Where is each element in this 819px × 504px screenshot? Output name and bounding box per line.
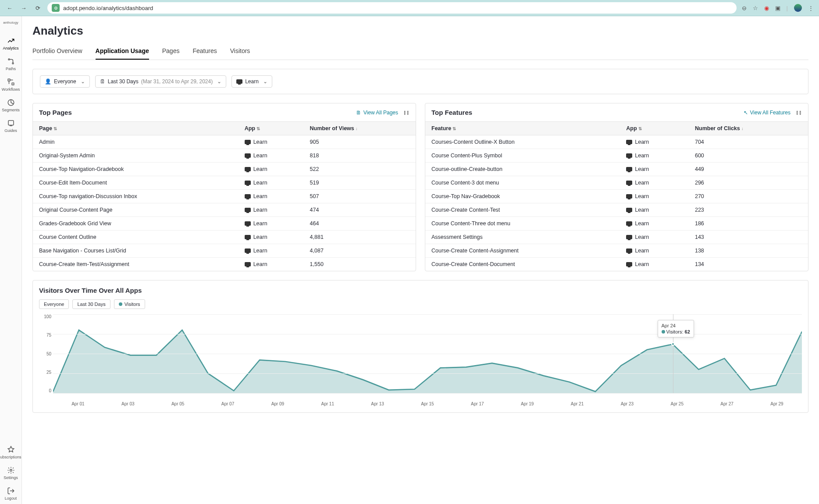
tab-pages[interactable]: Pages — [162, 44, 180, 60]
top-features-title: Top Features — [431, 109, 472, 116]
chart-area[interactable]: 1007550250 Apr 24 Visitors: 62 — [39, 314, 802, 406]
cursor-icon: ↖ — [744, 110, 748, 116]
extensions-icon[interactable]: ▣ — [775, 5, 780, 11]
series-dot-icon — [662, 330, 665, 334]
table-row[interactable]: Course Content OutlineLearn4,881 — [33, 231, 416, 244]
profile-avatar[interactable] — [794, 4, 802, 12]
extension-dot-icon[interactable]: ◉ — [764, 5, 769, 11]
col-views[interactable]: Number of Views↓ — [304, 122, 416, 135]
feature-cell: Assessment Settings — [425, 231, 620, 244]
sidebar-label: Workflows — [2, 87, 20, 92]
tab-portfolio-overview[interactable]: Portfolio Overview — [32, 44, 82, 60]
chevron-down-icon: ⌄ — [81, 78, 85, 85]
clicks-cell: 296 — [689, 176, 808, 190]
app-label: Learn — [245, 78, 259, 85]
sidebar-item-workflows[interactable]: Workflows — [0, 75, 21, 95]
top-features-table: Feature⇅ App⇅ Number of Clicks↓ Courses-… — [425, 121, 808, 271]
table-row[interactable]: Course-Create Content-DocumentLearn134 — [425, 258, 808, 271]
feature-cell: Course-outline-Create-button — [425, 163, 620, 176]
table-row[interactable]: Course-Edit Item-DocumentLearn519 — [33, 176, 416, 190]
sidebar-item-segments[interactable]: Segments — [0, 95, 21, 116]
table-row[interactable]: Course Content-3 dot menuLearn296 — [425, 176, 808, 190]
col-feature[interactable]: Feature⇅ — [425, 122, 620, 135]
page-cell: Course-Top Navigation-Gradebook — [33, 163, 239, 176]
table-row[interactable]: Course-Create Content-AssignmentLearn138 — [425, 244, 808, 258]
svg-point-1 — [12, 63, 14, 64]
zoom-icon[interactable]: ⊖ — [742, 5, 747, 11]
series-dot-icon — [119, 302, 122, 306]
table-row[interactable]: Course-Create Content-TestLearn223 — [425, 203, 808, 217]
page-cell: Course-Create Item-Test/Assignment — [33, 258, 239, 271]
table-row[interactable]: Course-Top Nav-GradebookLearn270 — [425, 190, 808, 203]
sidebar-label: Settings — [4, 476, 18, 480]
view-all-features-link[interactable]: ↖ View All Features — [744, 110, 791, 116]
sort-icon: ⇅ — [256, 126, 260, 131]
x-axis-labels: Apr 01Apr 03Apr 05Apr 07Apr 09Apr 11Apr … — [53, 401, 802, 406]
app-icon — [245, 167, 251, 171]
date-range-filter[interactable]: 🗓 Last 30 Days (Mar 31, 2024 to Apr 29, … — [95, 75, 226, 88]
sidebar-item-guides[interactable]: Guides — [0, 116, 21, 136]
bookmark-icon[interactable]: ☆ — [753, 5, 758, 11]
chip-metric[interactable]: Visitors — [114, 299, 145, 309]
table-row[interactable]: Assessment SettingsLearn143 — [425, 231, 808, 244]
table-row[interactable]: Course Content-Plus SymbolLearn600 — [425, 149, 808, 163]
sidebar-item-subscriptions[interactable]: ubscriptions — [0, 442, 21, 463]
layout-toggle-icon[interactable]: ⫿⫿ — [796, 109, 802, 116]
top-features-card: Top Features ↖ View All Features ⫿⫿ Feat… — [425, 103, 808, 271]
sidebar-item-logout[interactable]: Logout — [0, 483, 21, 504]
app-icon — [626, 262, 632, 266]
forward-button[interactable]: → — [19, 4, 28, 12]
tab-features[interactable]: Features — [192, 44, 217, 60]
views-cell: 818 — [304, 149, 416, 163]
views-cell: 522 — [304, 163, 416, 176]
app-filter[interactable]: Learn ⌄ — [231, 75, 272, 88]
workflows-icon — [7, 78, 15, 86]
sidebar-item-paths[interactable]: Paths — [0, 54, 21, 75]
gear-icon — [7, 466, 15, 474]
app-cell: Learn — [620, 135, 689, 149]
address-bar[interactable]: ⚙ adopt.pendo.io/analytics/dashboard — [47, 2, 737, 14]
app-icon — [236, 79, 242, 84]
app-icon — [626, 221, 632, 226]
back-button[interactable]: ← — [5, 4, 14, 12]
menu-icon[interactable]: ⋮ — [808, 5, 814, 11]
app-cell: Learn — [620, 217, 689, 231]
page-cell: Grades-Gradebook Grid View — [33, 217, 239, 231]
table-row[interactable]: Courses-Content Outline-X ButtonLearn704 — [425, 135, 808, 149]
sidebar-item-analytics[interactable]: Analytics — [0, 33, 21, 54]
layout-toggle-icon[interactable]: ⫿⫿ — [403, 109, 410, 116]
page-cell: Base Navigation - Courses List/Grid — [33, 244, 239, 258]
range-label: Last 30 Days — [108, 78, 139, 85]
feature-cell: Course-Top Nav-Gradebook — [425, 190, 620, 203]
view-all-pages-link[interactable]: 🗎 View All Pages — [356, 110, 398, 116]
clicks-cell: 449 — [689, 163, 808, 176]
clicks-cell: 704 — [689, 135, 808, 149]
chip-range[interactable]: Last 30 Days — [72, 299, 110, 309]
feature-cell: Course Content-3 dot menu — [425, 176, 620, 190]
table-row[interactable]: Course-Create Item-Test/AssignmentLearn1… — [33, 258, 416, 271]
table-row[interactable]: Original-System AdminLearn818 — [33, 149, 416, 163]
table-row[interactable]: Course Content-Three dot menuLearn186 — [425, 217, 808, 231]
tab-bar: Portfolio Overview Application Usage Pag… — [32, 44, 808, 60]
table-row[interactable]: Base Navigation - Courses List/GridLearn… — [33, 244, 416, 258]
table-row[interactable]: Course-outline-Create-buttonLearn449 — [425, 163, 808, 176]
browser-toolbar: ← → ⟳ ⚙ adopt.pendo.io/analytics/dashboa… — [0, 0, 819, 16]
table-row[interactable]: Grades-Gradebook Grid ViewLearn464 — [33, 217, 416, 231]
tab-application-usage[interactable]: Application Usage — [96, 44, 149, 60]
table-row[interactable]: AdminLearn905 — [33, 135, 416, 149]
col-clicks[interactable]: Number of Clicks↓ — [689, 122, 808, 135]
chip-segment[interactable]: Everyone — [39, 299, 69, 309]
sidebar-item-settings[interactable]: Settings — [0, 463, 21, 483]
table-row[interactable]: Course-Top Navigation-GradebookLearn522 — [33, 163, 416, 176]
table-row[interactable]: Course-Top navigation-Discussion InboxLe… — [33, 190, 416, 203]
col-app[interactable]: App⇅ — [239, 122, 304, 135]
col-page[interactable]: Page⇅ — [33, 122, 239, 135]
top-pages-table: Page⇅ App⇅ Number of Views↓ AdminLearn90… — [33, 121, 416, 271]
reload-button[interactable]: ⟳ — [33, 4, 42, 12]
tab-visitors[interactable]: Visitors — [230, 44, 250, 60]
col-app[interactable]: App⇅ — [620, 122, 689, 135]
segment-filter[interactable]: 👤 Everyone ⌄ — [40, 75, 90, 88]
sidebar-label: Paths — [6, 67, 16, 71]
chevron-down-icon: ⌄ — [217, 78, 221, 85]
table-row[interactable]: Original Course-Content PageLearn474 — [33, 203, 416, 217]
